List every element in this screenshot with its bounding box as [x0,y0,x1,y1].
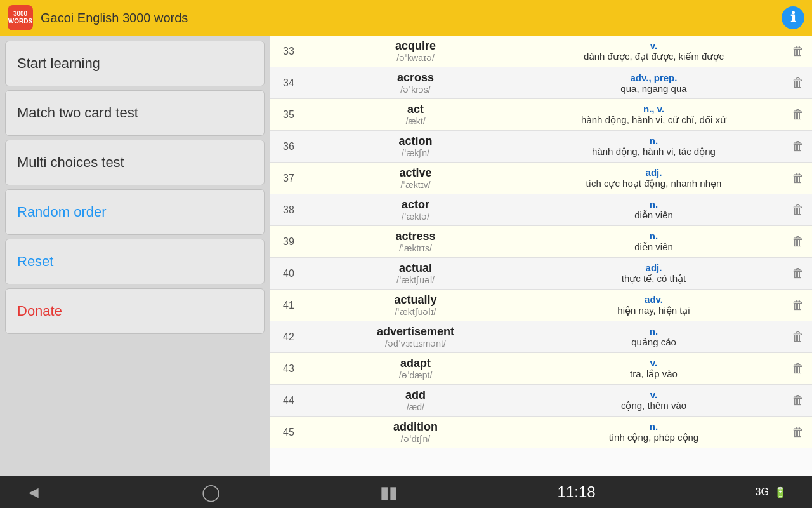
delete-word-button[interactable]: 🗑 [792,425,804,439]
word-cell: actually /ˈæktʃuəlɪ/ [308,290,523,321]
start-learning-button[interactable]: Start learning [5,41,265,86]
word-phonetic: /əˈkwaɪə/ [313,53,518,63]
table-row: 45 addition /əˈdɪʃn/ n. tính cộng, phép … [270,417,812,448]
recents-nav-icon[interactable]: ▮▮ [380,483,398,502]
word-phonetic: /əˈkrɔs/ [313,84,518,95]
match-two-card-button[interactable]: Match two card test [5,90,265,136]
delete-word-button[interactable]: 🗑 [792,393,804,408]
definition-cell: n. hành động, hành vi, tác động [523,131,784,163]
delete-cell: 🗑 [784,290,812,321]
multi-choices-button[interactable]: Multi choices test [5,140,265,185]
word-phonetic: /æd/ [313,402,518,412]
delete-cell: 🗑 [784,226,812,258]
delete-cell: 🗑 [784,258,812,290]
row-number: 44 [270,385,308,417]
app-title: Gacoi English 3000 words [41,11,188,25]
word-meaning: diễn viên [528,210,779,221]
table-row: 38 actor /ˈæktə/ n. diễn viên 🗑 [270,194,812,226]
word-text: actual [313,262,518,275]
word-phonetic: /ˈæktə/ [313,211,518,222]
word-text: advertisement [313,325,518,338]
delete-word-button[interactable]: 🗑 [792,361,804,376]
table-row: 33 acquire /əˈkwaɪə/ v. dành được, đạt đ… [270,36,812,67]
definition-cell: adj. thực tế, có thật [523,258,784,290]
home-nav-icon[interactable]: ◯ [202,483,220,502]
row-number: 45 [270,417,308,448]
delete-word-button[interactable]: 🗑 [792,266,804,281]
definition-cell: n. quảng cáo [523,321,784,353]
word-text: actress [313,230,518,243]
word-text: actually [313,293,518,307]
table-row: 42 advertisement /ədˈvɜːtɪsmənt/ n. quản… [270,321,812,353]
top-bar: 3000 WORDS Gacoi English 3000 words ℹ [0,0,812,36]
word-type: v. [528,389,779,400]
table-row: 35 act /ækt/ n., v. hành động, hành vi, … [270,99,812,131]
definition-cell: adv. hiện nay, hiện tại [523,290,784,321]
word-meaning: cộng, thêm vào [528,400,779,411]
word-meaning: hành động, hành vi, cử chỉ, đối xử [528,114,779,126]
word-cell: acquire /əˈkwaɪə/ [308,36,523,67]
delete-cell: 🗑 [784,36,812,67]
word-type: n., v. [528,104,779,114]
delete-cell: 🗑 [784,417,812,448]
sidebar: Start learning Match two card test Multi… [0,36,270,493]
definition-cell: n., v. hành động, hành vi, cử chỉ, đối x… [523,99,784,131]
delete-cell: 🗑 [784,385,812,417]
word-cell: actor /ˈæktə/ [308,194,523,226]
word-cell: actress /ˈæktrɪs/ [308,226,523,258]
row-number: 43 [270,353,308,385]
definition-cell: v. cộng, thêm vào [523,385,784,417]
word-type: n. [528,231,779,241]
word-meaning: qua, ngang qua [528,83,779,94]
word-phonetic: /ˈæktʃuəl/ [313,275,518,285]
reset-button[interactable]: Reset [5,239,265,284]
delete-cell: 🗑 [784,194,812,226]
word-text: adapt [313,357,518,370]
word-text: add [313,389,518,402]
definition-cell: adj. tích cực hoạt động, nhanh nhẹn [523,163,784,194]
word-cell: adapt /əˈdæpt/ [308,353,523,385]
word-meaning: thực tế, có thật [528,273,779,284]
word-text: active [313,166,518,180]
delete-word-button[interactable]: 🗑 [792,44,804,58]
word-cell: across /əˈkrɔs/ [308,67,523,99]
word-cell: add /æd/ [308,385,523,417]
word-text: act [313,103,518,116]
word-meaning: tính cộng, phép cộng [528,432,779,443]
random-order-button[interactable]: Random order [5,189,265,235]
delete-word-button[interactable]: 🗑 [792,76,804,90]
definition-cell: v. tra, lắp vào [523,353,784,385]
word-type: n. [528,326,779,337]
word-phonetic: /ˈækʃn/ [313,148,518,158]
word-phonetic: /ˈæktɪv/ [313,180,518,190]
row-number: 41 [270,290,308,321]
delete-word-button[interactable]: 🗑 [792,298,804,312]
word-cell: addition /əˈdɪʃn/ [308,417,523,448]
word-type: n. [528,199,779,210]
back-nav-icon[interactable]: ◄ [25,483,42,502]
word-type: adv., prep. [528,72,779,83]
word-meaning: quảng cáo [528,337,779,348]
table-row: 36 action /ˈækʃn/ n. hành động, hành vi,… [270,131,812,163]
delete-word-button[interactable]: 🗑 [792,107,804,122]
word-text: acquire [313,39,518,53]
delete-word-button[interactable]: 🗑 [792,171,804,185]
row-number: 35 [270,99,308,131]
delete-word-button[interactable]: 🗑 [792,203,804,217]
delete-word-button[interactable]: 🗑 [792,330,804,344]
delete-word-button[interactable]: 🗑 [792,139,804,154]
delete-word-button[interactable]: 🗑 [792,234,804,249]
row-number: 34 [270,67,308,99]
delete-cell: 🗑 [784,321,812,353]
donate-button[interactable]: Donate [5,288,265,334]
row-number: 40 [270,258,308,290]
word-type: v. [528,40,779,51]
word-meaning: dành được, đạt được, kiếm được [528,51,779,62]
word-phonetic: /əˈdæpt/ [313,370,518,380]
delete-cell: 🗑 [784,67,812,99]
word-type: adj. [528,167,779,178]
info-button[interactable]: ℹ [782,6,804,29]
app-logo: 3000 WORDS [8,5,33,30]
word-phonetic: /ˈæktrɪs/ [313,243,518,253]
main-layout: Start learning Match two card test Multi… [0,36,812,493]
